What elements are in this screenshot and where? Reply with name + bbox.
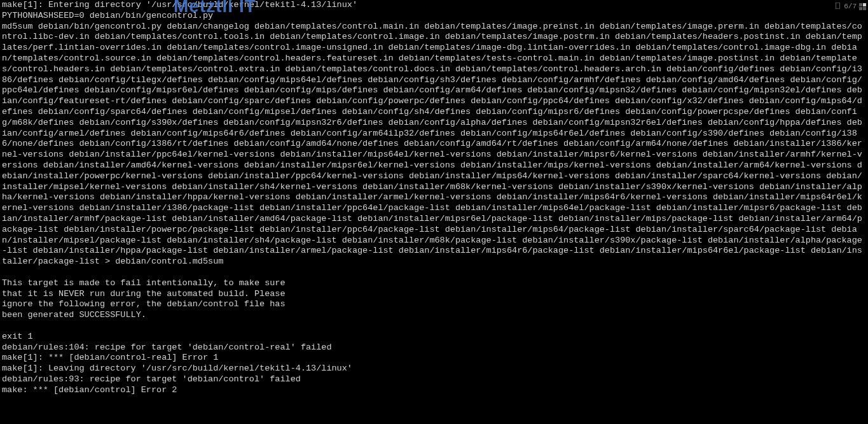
pane-indicator: ⎕ 6/7	[836, 1, 857, 12]
status-bar: ⎕ 6/7	[836, 1, 866, 12]
workspace-grid-icon[interactable]	[859, 3, 866, 10]
terminal-output[interactable]: make[1]: Entering directory '/usr/src/bu…	[2, 0, 866, 395]
watermark-text: Metztli IT	[174, 1, 256, 12]
